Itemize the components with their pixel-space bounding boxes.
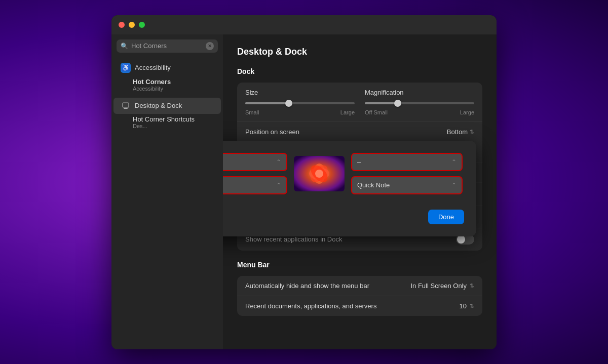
page-title: Desktop & Dock <box>237 47 482 57</box>
hot-corner-shortcuts-label: Hot Corner Shortcuts <box>133 115 216 123</box>
position-label: Position on screen <box>245 128 447 136</box>
titlebar <box>111 15 497 34</box>
hot-corners-popup: – ⌃ <box>223 141 476 236</box>
magnification-slider-block: Magnification Off Small Large <box>365 89 474 115</box>
size-label: Size <box>245 89 355 96</box>
size-slider-block: Size Small Large <box>245 89 355 115</box>
size-slider[interactable] <box>245 99 355 107</box>
bottom-right-arrow-icon: ⌃ <box>451 182 457 189</box>
position-value: Bottom <box>447 128 468 136</box>
magnification-off-label: Off Small <box>365 109 388 115</box>
magnification-slider[interactable] <box>365 99 474 107</box>
bottom-left-arrow-icon: ⌃ <box>276 182 281 189</box>
search-clear-button[interactable]: ✕ <box>206 42 214 50</box>
top-left-arrow-icon: ⌃ <box>276 158 281 166</box>
sidebar-desktop-label: Desktop & Dock <box>135 102 182 109</box>
position-stepper-icon: ⇅ <box>470 129 474 135</box>
size-row: Size Small Large <box>237 83 482 122</box>
magnification-track <box>365 102 474 104</box>
done-button[interactable]: Done <box>428 210 464 224</box>
sidebar-section-desktop: Desktop & Dock Hot Corner Shortcuts Des.… <box>111 96 223 133</box>
recent-docs-right: 10 ⇅ <box>460 302 474 310</box>
magnification-thumb[interactable] <box>394 100 401 107</box>
top-right-value: – <box>357 158 361 166</box>
bottom-right-value: Quick Note <box>357 181 390 189</box>
maximize-button[interactable] <box>139 22 145 28</box>
auto-hide-label: Automatically hide and show the menu bar <box>245 282 410 290</box>
close-button[interactable] <box>119 22 125 28</box>
magnification-labels: Off Small Large <box>365 109 474 115</box>
search-bar[interactable]: 🔍 Hot Corners ✕ <box>117 39 218 53</box>
menu-bar-title: Menu Bar <box>237 261 482 269</box>
sidebar-subitem-hot-corner-shortcuts[interactable]: Hot Corner Shortcuts Des... <box>111 114 223 131</box>
auto-hide-right: In Full Screen Only ⇅ <box>410 282 474 290</box>
sidebar-subitem-hot-corners[interactable]: Hot Corners Accessibility <box>111 76 223 94</box>
size-track <box>245 102 355 104</box>
accessibility-icon: ♿ <box>121 63 131 73</box>
magnification-label: Magnification <box>365 89 474 96</box>
position-row: Position on screen Bottom ⇅ <box>237 122 482 142</box>
bottom-left-corner-dropdown[interactable]: – ⌃ <box>223 176 287 194</box>
bottom-right-corner-dropdown[interactable]: Quick Note ⌃ <box>351 176 463 194</box>
size-thumb[interactable] <box>285 100 292 107</box>
recent-docs-stepper: ⇅ <box>470 303 474 309</box>
svg-rect-1 <box>124 108 128 109</box>
position-value-container[interactable]: Bottom ⇅ <box>447 128 474 136</box>
search-icon: 🔍 <box>121 43 128 50</box>
size-labels: Small Large <box>245 109 355 115</box>
sidebar-item-accessibility[interactable]: ♿ Accessibility <box>113 60 221 76</box>
popup-done-row: Done <box>223 210 464 224</box>
size-small-label: Small <box>245 109 259 115</box>
search-input[interactable]: Hot Corners <box>131 42 203 50</box>
sidebar-section-accessibility: ♿ Accessibility Hot Corners Accessibilit… <box>111 58 223 96</box>
main-window: 🔍 Hot Corners ✕ ♿ Accessibility Hot Corn… <box>111 15 497 349</box>
auto-hide-stepper: ⇅ <box>470 282 474 289</box>
magnification-large-label: Large <box>460 109 474 115</box>
hot-corner-shortcuts-sublabel: Des... <box>133 123 216 129</box>
svg-point-7 <box>315 170 323 178</box>
window-body: 🔍 Hot Corners ✕ ♿ Accessibility Hot Corn… <box>111 34 497 349</box>
auto-hide-value: In Full Screen Only <box>410 282 467 290</box>
auto-hide-row: Automatically hide and show the menu bar… <box>237 276 482 296</box>
show-recent-knob <box>457 235 465 244</box>
sidebar-accessibility-label: Accessibility <box>135 64 171 71</box>
screen-preview-svg <box>294 156 345 191</box>
main-content: Desktop & Dock Dock Size <box>223 34 497 349</box>
hot-corners-grid: – ⌃ <box>223 153 464 199</box>
size-large-label: Large <box>340 109 355 115</box>
dock-section-title: Dock <box>237 67 482 75</box>
sliders-container: Size Small Large <box>245 89 474 115</box>
top-left-corner-dropdown[interactable]: – ⌃ <box>223 153 287 171</box>
sidebar: 🔍 Hot Corners ✕ ♿ Accessibility Hot Corn… <box>111 34 223 349</box>
recent-docs-row: Recent documents, applications, and serv… <box>237 296 482 316</box>
size-fill <box>245 102 289 104</box>
desktop-dock-icon <box>121 101 131 111</box>
show-recent-label: Show recent applications in Dock <box>245 235 456 243</box>
recent-docs-value: 10 <box>460 302 467 310</box>
menu-bar-settings-group: Automatically hide and show the menu bar… <box>237 276 482 316</box>
top-right-arrow-icon: ⌃ <box>451 158 457 166</box>
magnification-fill <box>365 102 398 104</box>
sidebar-item-desktop-dock[interactable]: Desktop & Dock <box>113 98 221 114</box>
top-right-corner-dropdown[interactable]: – ⌃ <box>351 153 463 171</box>
hot-corners-sub-sublabel: Accessibility <box>133 86 216 92</box>
screen-preview <box>294 156 345 191</box>
hot-corners-sub-label: Hot Corners <box>133 78 216 86</box>
recent-docs-label: Recent documents, applications, and serv… <box>245 302 460 310</box>
svg-rect-0 <box>123 103 129 107</box>
minimize-button[interactable] <box>129 22 135 28</box>
